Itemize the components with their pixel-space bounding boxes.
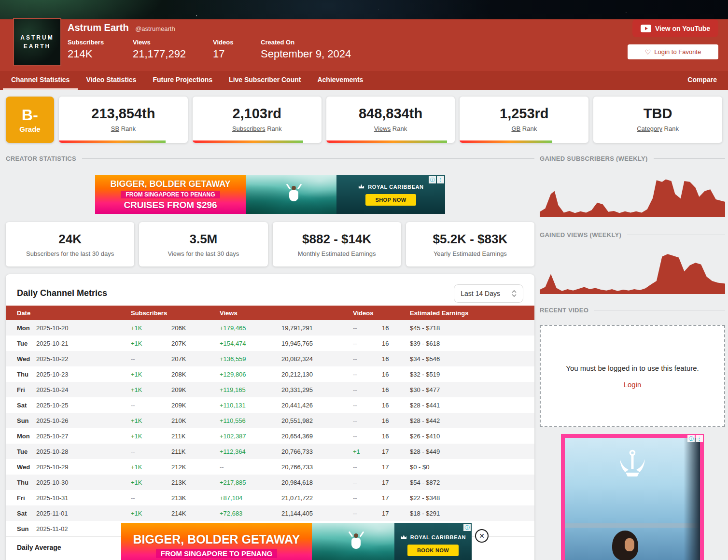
cell-views-change: +87,104 [220,494,281,502]
cell-videos-change: -- [353,386,382,393]
ad-choices-icons[interactable]: ⓘ [463,524,471,531]
cell-estimated-earnings: $28 - $441 [410,402,523,409]
cell-estimated-earnings: $26 - $410 [410,433,523,440]
table-row: Sat 2025-11-01 +1K 214K +72,683 21,144,4… [6,505,534,521]
cell-views-change: +129,806 [220,371,281,378]
cell-date: 2025-11-01 [36,510,131,517]
summary-value: $882 - $14K [302,232,371,247]
cell-views-total: 20,984,618 [281,479,353,486]
login-to-favorite-button[interactable]: ♡ Login to Favorite [628,44,718,59]
table-row: Wed 2025-10-29 +1K 212K -- 20,766,733 --… [6,459,534,475]
tab-achievements[interactable]: Achievements [309,71,371,90]
cell-estimated-earnings: $54 - $872 [410,479,523,486]
cell-videos-total: 17 [382,448,410,455]
window-rail [565,523,700,528]
rank-value: 848,834th [326,106,455,122]
cell-estimated-earnings: $22 - $348 [410,494,523,502]
ad-beach-photo [246,175,336,214]
table-row: Thu 2025-10-23 +1K 208K +129,806 20,212,… [6,366,534,382]
table-row: Sun 2025-10-26 +1K 210K +110,556 20,551,… [6,413,534,428]
grade-label: Grade [19,125,40,133]
cell-videos-total: 16 [382,433,410,440]
ad-banner-top[interactable]: BIGGER, BOLDER GETAWAY FROM SINGAPORE TO… [95,175,445,214]
ad-info-icon[interactable]: ⓘ [687,435,695,442]
cell-videos-total: 16 [382,417,410,424]
header-stat-label: Created On [261,39,351,46]
ad-info-icon[interactable]: ⓘ [429,176,436,183]
date-range-select[interactable]: Last 14 Days [454,284,523,303]
cell-videos-change: -- [353,340,382,347]
cell-views-total: 20,212,130 [281,371,353,378]
ad-menu-icon[interactable]: ⋮ [437,176,444,183]
ad-sidebar[interactable]: ⓘ⋮ [561,434,704,560]
cell-videos-change: -- [353,510,382,517]
ad-person-figure [348,531,364,554]
ad-book-now-button[interactable]: BOOK NOW [407,545,459,556]
cell-views-total: 20,766,733 [281,448,353,455]
table-row: Mon 2025-10-20 +1K 206K +179,465 19,791,… [6,320,534,336]
summary-card-views-for-the-last-30-days: 3.5M Views for the last 30 days [139,222,267,266]
tab-channel-statistics[interactable]: Channel Statistics [3,71,78,90]
cell-subscriber-change: +1K [131,386,171,393]
summary-label: Yearly Estimated Earnings [434,250,507,257]
rank-value: TBD [593,106,722,122]
rank-label: SB Rank [59,125,188,132]
window-frame [684,438,700,560]
cell-subscriber-change: -- [131,402,171,409]
rank-type-link[interactable]: Category [637,125,662,132]
view-on-youtube-button[interactable]: View on YouTube [632,19,718,37]
cell-day: Mon [17,433,36,440]
crown-anchor-logo-icon [616,448,649,479]
rank-label: Category Rank [593,125,722,132]
cell-day: Sun [17,525,36,532]
ad-person-silhouette [596,531,658,560]
ad-choices-icons[interactable]: ⓘ⋮ [429,176,444,183]
cell-views-total: 20,551,982 [281,417,353,424]
channel-avatar: ASTRUM EARTH [13,18,61,66]
login-link[interactable]: Login [624,380,642,389]
rank-value: 1,253rd [460,106,588,122]
rank-type-link[interactable]: GB [511,125,520,132]
cell-videos-change: -- [353,479,382,486]
ad-shop-now-button[interactable]: SHOP NOW [365,194,416,206]
cell-subscribers-total: 208K [171,371,220,378]
summary-value: $5.2K - $83K [433,232,508,247]
cell-views-change: +112,364 [220,448,281,455]
summary-label: Monthly Estimated Earnings [298,250,376,257]
cell-estimated-earnings: $0 - $0 [410,463,523,471]
ad-info-icon[interactable]: ⓘ [463,524,471,531]
header-stat-label: Videos [213,39,261,46]
summary-cards-row: 24K Subscribers for the last 30 days 3.5… [6,222,534,266]
login-required-box: You must be logged in to use this featur… [540,325,725,427]
cell-views-change: +136,559 [220,355,281,363]
tab-live-subscriber-count[interactable]: Live Subscriber Count [221,71,309,90]
rank-type-link[interactable]: Subscribers [232,125,266,132]
rank-value: 2,103rd [193,106,322,122]
avatar-text-line2: EARTH [24,43,51,50]
cell-views-total: 19,791,291 [281,324,353,332]
cell-subscriber-change: -- [131,448,171,455]
cell-videos-total: 17 [382,510,410,517]
rank-type-link[interactable]: SB [111,125,119,132]
tab-future-projections[interactable]: Future Projections [144,71,221,90]
cell-videos-change: +1 [353,448,382,455]
summary-card-subscribers-for-the-last-30-days: 24K Subscribers for the last 30 days [6,222,134,266]
cell-subscribers-total: 214K [171,510,220,517]
cell-date: 2025-10-28 [36,448,131,455]
cell-date: 2025-10-29 [36,463,131,471]
cell-views-total: 20,441,426 [281,402,353,409]
rank-type-link[interactable]: Views [374,125,391,132]
summary-card-yearly-estimated-earnings: $5.2K - $83K Yearly Estimated Earnings [406,222,534,266]
crown-icon [400,534,407,540]
ad-close-button[interactable]: ✕ [475,529,489,543]
cell-day: Mon [17,324,36,332]
ad-menu-icon[interactable]: ⋮ [696,435,703,442]
table-row: Fri 2025-10-24 +1K 209K +119,165 20,331,… [6,382,534,397]
cell-views-change: -- [220,463,281,471]
divider [627,235,725,235]
tab-video-statistics[interactable]: Video Statistics [78,71,144,90]
tab-compare[interactable]: Compare [679,71,725,90]
ad-banner-bottom[interactable]: BIGGER, BOLDER GETAWAY FROM SINGAPORE TO… [121,523,472,560]
ad-choices-icons[interactable]: ⓘ⋮ [687,435,703,442]
cell-date: 2025-10-30 [36,479,131,486]
